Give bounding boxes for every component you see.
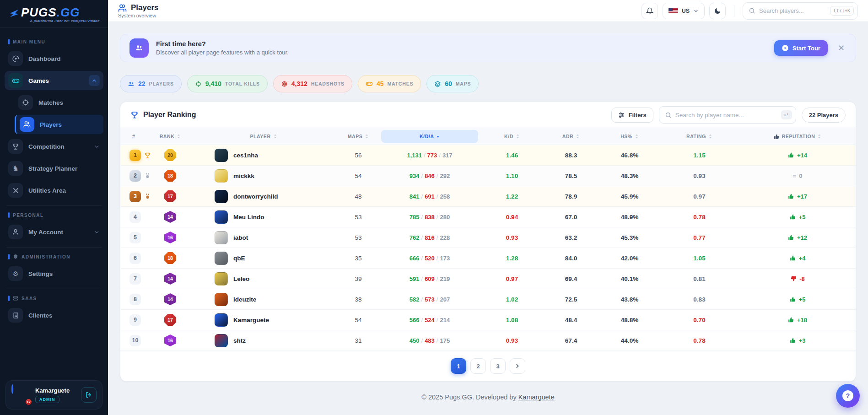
player-avatar bbox=[215, 169, 228, 183]
maps-cell: 56 bbox=[339, 152, 377, 159]
banner-subtitle: Discover all player page features with a… bbox=[156, 49, 289, 56]
filters-button[interactable]: Filters bbox=[611, 108, 653, 123]
col-player[interactable]: PLAYER bbox=[188, 134, 339, 139]
thumb-down-icon bbox=[790, 275, 797, 282]
col-adr[interactable]: ADR bbox=[542, 134, 600, 139]
kd-cell: 0.97 bbox=[482, 275, 542, 282]
sidebar-item-settings[interactable]: ⚙ Settings bbox=[5, 264, 103, 283]
users-icon bbox=[20, 117, 34, 132]
kd-cell: 1.10 bbox=[482, 172, 542, 179]
player-search-input[interactable] bbox=[675, 112, 777, 119]
table-row[interactable]: 516iabot53762/816/2280.9363.245.3%0.77+1… bbox=[120, 227, 856, 248]
adr-cell: 63.2 bbox=[542, 234, 600, 241]
server-icon bbox=[13, 296, 18, 301]
page-title: Players bbox=[131, 3, 159, 12]
brand-logo[interactable]: PUGS.GG A plataforma líder em competitiv… bbox=[0, 0, 108, 28]
sidebar-item-utilities-area[interactable]: Utilities Area bbox=[5, 181, 103, 200]
sidebar-item-competition[interactable]: Competition bbox=[5, 137, 103, 156]
player-name[interactable]: qbE bbox=[233, 255, 245, 262]
user-card[interactable]: 17 Kamarguete ADMIN bbox=[5, 380, 102, 410]
table-row[interactable]: 414Meu Lindo53785/838/2800.9467.048.9%0.… bbox=[120, 207, 856, 227]
maps-cell: 48 bbox=[339, 193, 377, 200]
hs-cell: 44.0% bbox=[600, 337, 659, 344]
player-search[interactable]: ↵ bbox=[659, 106, 796, 124]
users-icon bbox=[128, 81, 135, 87]
user-icon bbox=[8, 225, 23, 239]
player-name[interactable]: ideuzite bbox=[233, 296, 256, 303]
adr-cell: 48.4 bbox=[542, 317, 600, 323]
player-name[interactable]: Kamarguete bbox=[233, 317, 269, 323]
silver-medal-icon bbox=[144, 172, 151, 179]
player-name[interactable]: Meu Lindo bbox=[233, 214, 264, 221]
kda-cell: 785/838/280 bbox=[377, 214, 482, 221]
table-row[interactable]: 814ideuzite38582/573/2071.0272.543.8%0.8… bbox=[120, 289, 856, 310]
sidebar-item-my-account[interactable]: My Account bbox=[5, 222, 103, 242]
developer-link[interactable]: Kamarguete bbox=[518, 393, 555, 401]
sidebar-item-strategy-planner[interactable]: ♞ Strategy Planner bbox=[5, 159, 103, 178]
position-badge: 2 bbox=[129, 170, 141, 182]
hs-cell: 40.1% bbox=[600, 275, 659, 282]
tour-banner: First time here? Discover all player pag… bbox=[120, 34, 856, 62]
sidebar-item-clientes[interactable]: Clientes bbox=[5, 306, 103, 325]
chevron-up-icon[interactable] bbox=[89, 75, 100, 86]
sidebar-item-dashboard[interactable]: Dashboard bbox=[5, 49, 103, 68]
next-page-button[interactable] bbox=[510, 358, 525, 374]
position-badge: 5 bbox=[129, 232, 141, 243]
stat-total-kills: 9,410TOTAL KILLS bbox=[187, 75, 268, 92]
table-row[interactable]: 317dontworrychild48841/691/2581.2278.945… bbox=[120, 186, 856, 207]
dark-mode-toggle[interactable] bbox=[709, 3, 726, 19]
sort-icon bbox=[516, 134, 520, 139]
crosshair-icon bbox=[195, 81, 202, 87]
rating-cell: 0.70 bbox=[659, 317, 739, 323]
col-rank[interactable]: RANK bbox=[152, 134, 188, 139]
reputation-cell: -8 bbox=[739, 275, 856, 282]
chevron-down-icon bbox=[94, 229, 100, 235]
player-name[interactable]: Leleo bbox=[233, 275, 249, 282]
help-button[interactable]: ? bbox=[836, 384, 860, 408]
notifications-button[interactable] bbox=[642, 3, 658, 19]
col-kda-sorted[interactable]: K/D/A▼ bbox=[381, 130, 478, 143]
bell-icon bbox=[646, 7, 653, 15]
sort-icon bbox=[817, 134, 821, 139]
kd-cell: 1.08 bbox=[482, 317, 542, 323]
table-row[interactable]: 1016shtz31450/483/1750.9367.444.0%0.78+3 bbox=[120, 330, 856, 351]
start-tour-button[interactable]: Start Tour bbox=[774, 40, 828, 56]
player-name[interactable]: iabot bbox=[233, 234, 248, 241]
sidebar-item-games[interactable]: Games bbox=[5, 71, 103, 90]
rating-cell: 0.77 bbox=[659, 234, 739, 241]
card-title: Player Ranking bbox=[143, 111, 196, 119]
global-search-input[interactable] bbox=[759, 7, 826, 14]
page-button-2[interactable]: 2 bbox=[470, 358, 486, 374]
col-kd[interactable]: K/D bbox=[482, 134, 542, 139]
global-search[interactable]: Ctrl+K bbox=[743, 2, 858, 20]
player-avatar bbox=[215, 334, 228, 347]
sidebar-item-matches[interactable]: Matches bbox=[15, 93, 103, 112]
table-row[interactable]: 917Kamarguete54566/524/2141.0848.448.8%0… bbox=[120, 310, 856, 330]
col-reputation[interactable]: REPUTATION bbox=[739, 134, 856, 140]
close-icon[interactable]: ✕ bbox=[836, 42, 846, 54]
sidebar-item-players[interactable]: Players bbox=[15, 115, 103, 134]
table-row[interactable]: 714Leleo39591/609/2190.9769.440.1%0.81-8 bbox=[120, 269, 856, 289]
reputation-cell: +4 bbox=[739, 255, 856, 262]
page-button-1[interactable]: 1 bbox=[451, 358, 466, 374]
tools-icon bbox=[8, 183, 23, 198]
rating-cell: 1.15 bbox=[659, 152, 739, 159]
col-maps[interactable]: MAPS bbox=[339, 134, 377, 139]
col-hs[interactable]: HS% bbox=[600, 134, 659, 139]
thumb-up-icon bbox=[790, 255, 796, 261]
search-icon bbox=[665, 112, 672, 119]
kd-cell: 1.02 bbox=[482, 296, 542, 303]
page-button-3[interactable]: 3 bbox=[490, 358, 506, 374]
col-rating[interactable]: RATING bbox=[659, 134, 739, 139]
player-name[interactable]: dontworrychild bbox=[233, 193, 278, 200]
player-name[interactable]: mickkk bbox=[233, 172, 254, 179]
player-name[interactable]: ces1nha bbox=[233, 152, 258, 159]
table-row[interactable]: 120ces1nha561,131/773/3171.4688.346.8%1.… bbox=[120, 145, 856, 166]
player-name[interactable]: shtz bbox=[233, 337, 246, 344]
position-badge: 10 bbox=[129, 335, 141, 346]
table-row[interactable]: 218mickkk54934/846/2921.1078.548.3%0.93=… bbox=[120, 166, 856, 186]
logout-button[interactable] bbox=[81, 387, 97, 403]
language-selector[interactable]: US bbox=[663, 3, 705, 19]
table-row[interactable]: 618qbE35666/520/1731.2884.042.0%1.05+4 bbox=[120, 248, 856, 269]
shield-icon bbox=[13, 254, 18, 259]
